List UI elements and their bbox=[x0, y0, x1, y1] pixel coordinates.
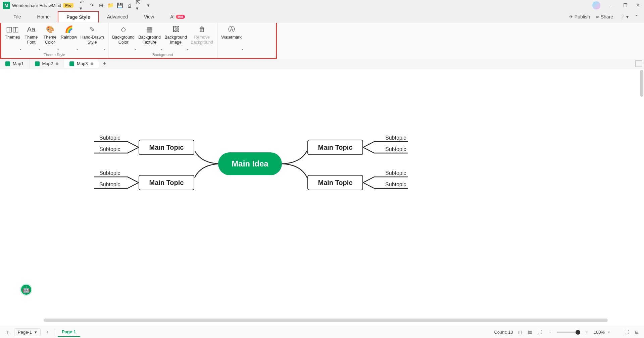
view-mode-1-icon[interactable]: ◫ bbox=[516, 329, 523, 336]
node-subtopic[interactable]: Subtopic bbox=[383, 170, 408, 177]
document-tabs: Map1 Map2 Map3 + bbox=[0, 59, 644, 68]
page-panel-icon[interactable]: ◫ bbox=[4, 329, 11, 336]
zoom-out-button[interactable]: − bbox=[547, 329, 553, 336]
publish-icon: ✈ bbox=[569, 14, 573, 19]
ribbon-group-watermark: Ⓐ Watermark ▾ bbox=[217, 23, 246, 58]
page-tab[interactable]: Page-1 bbox=[58, 327, 80, 337]
node-main-topic[interactable]: Main Topic bbox=[307, 140, 363, 155]
rainbow-button[interactable]: 🌈 Rainbow ▾ bbox=[59, 24, 79, 52]
collapse-icon[interactable]: ⊟ bbox=[633, 329, 640, 336]
remove-bg-button[interactable]: 🗑 Remove Background bbox=[189, 24, 215, 52]
publish-label: Publish bbox=[575, 14, 590, 19]
minimize-button[interactable]: — bbox=[609, 2, 616, 9]
fullscreen-icon[interactable]: ⛶ bbox=[623, 329, 630, 336]
menu-file[interactable]: File bbox=[5, 11, 29, 22]
redo-button[interactable]: ↷ bbox=[89, 2, 95, 8]
node-main-topic[interactable]: Main Topic bbox=[139, 140, 194, 155]
map-icon bbox=[35, 61, 40, 66]
theme-color-button[interactable]: 🎨 Theme Color ▾ bbox=[41, 24, 59, 52]
export-button[interactable]: ⇱ ▾ bbox=[136, 2, 142, 8]
mindmap: Main Idea Main Topic Subtopic Subtopic M… bbox=[94, 126, 409, 253]
chevron-down-icon[interactable]: ▾ bbox=[608, 330, 610, 334]
modified-dot-icon bbox=[56, 62, 58, 65]
bg-image-button[interactable]: 🖼 Background Image ▾ bbox=[163, 24, 189, 52]
ai-assistant-button[interactable]: 🤖 bbox=[20, 284, 32, 296]
vertical-scrollbar[interactable] bbox=[640, 70, 643, 312]
zoom-slider[interactable] bbox=[557, 332, 580, 333]
add-tab-button[interactable]: + bbox=[99, 60, 111, 67]
user-avatar[interactable] bbox=[592, 1, 600, 9]
node-subtopic[interactable]: Subtopic bbox=[97, 146, 122, 153]
undo-button[interactable]: ↶ ▾ bbox=[80, 2, 86, 8]
publish-button[interactable]: ✈ Publish bbox=[569, 14, 590, 19]
remove-icon: 🗑 bbox=[198, 25, 206, 34]
view-mode-2-icon[interactable]: ▦ bbox=[527, 329, 533, 336]
more-button[interactable]: ▾ bbox=[145, 2, 151, 8]
horizontal-scrollbar[interactable] bbox=[44, 319, 637, 322]
doctab-label: Map2 bbox=[42, 61, 53, 66]
node-subtopic[interactable]: Subtopic bbox=[97, 135, 122, 142]
watermark-button[interactable]: Ⓐ Watermark ▾ bbox=[219, 24, 244, 52]
hot-badge: Hot bbox=[176, 15, 185, 19]
share-icon: ∞ bbox=[596, 14, 599, 19]
menu-page-style[interactable]: Page Style bbox=[58, 11, 99, 22]
zoom-in-button[interactable]: + bbox=[584, 329, 590, 336]
image-icon: 🖼 bbox=[171, 25, 180, 34]
scrollbar-thumb[interactable] bbox=[44, 319, 608, 322]
add-page-button[interactable]: + bbox=[44, 329, 51, 336]
menu-ai[interactable]: AI Hot bbox=[162, 11, 193, 22]
page-select-label: Page-1 bbox=[18, 330, 32, 335]
open-button[interactable]: 📁 bbox=[108, 2, 114, 8]
doctab-map1[interactable]: Map1 bbox=[0, 59, 30, 68]
modified-dot-icon bbox=[91, 62, 93, 65]
status-bar: ◫ Page-1 ▾ + Page-1 Count: 13 ◫ ▦ ⛶ − + … bbox=[0, 326, 644, 338]
share-label: Share bbox=[601, 14, 613, 19]
pro-badge: Pro bbox=[63, 3, 73, 8]
close-button[interactable]: ✕ bbox=[635, 2, 641, 9]
maximize-button[interactable]: ❐ bbox=[622, 2, 629, 9]
outline-toggle-button[interactable] bbox=[635, 60, 642, 66]
node-subtopic[interactable]: Subtopic bbox=[383, 135, 408, 142]
font-icon: Aa bbox=[27, 25, 36, 34]
zoom-label: 100% bbox=[594, 330, 605, 335]
doctab-label: Map3 bbox=[77, 61, 88, 66]
hand-drawn-button[interactable]: ✎ Hand-Drawn Style ▾ bbox=[79, 24, 106, 52]
help-button[interactable]: ❔ ▾ bbox=[619, 14, 629, 19]
page-selector[interactable]: Page-1 ▾ bbox=[14, 328, 41, 336]
map-icon bbox=[69, 61, 74, 66]
bg-texture-button[interactable]: ▦ Background Texture ▾ bbox=[137, 24, 163, 52]
node-main-topic[interactable]: Main Topic bbox=[307, 175, 363, 190]
ribbon-group-label: Theme Style bbox=[3, 52, 106, 58]
title-bar: M Wondershare EdrawMind Pro ↶ ▾ ↷ ⊞ 📁 💾 … bbox=[0, 0, 644, 11]
doctab-label: Map1 bbox=[13, 61, 24, 66]
menu-view[interactable]: View bbox=[136, 11, 162, 22]
collapse-ribbon-button[interactable]: ⌃ bbox=[635, 14, 639, 19]
menu-advanced[interactable]: Advanced bbox=[99, 11, 136, 22]
node-main-idea[interactable]: Main Idea bbox=[218, 152, 282, 175]
menu-ai-label: AI bbox=[170, 14, 175, 19]
texture-icon: ▦ bbox=[145, 25, 154, 34]
doctab-map2[interactable]: Map2 bbox=[30, 59, 64, 68]
canvas[interactable]: Main Idea Main Topic Subtopic Subtopic M… bbox=[0, 68, 644, 326]
bg-color-button[interactable]: ◇ Background Color ▾ bbox=[110, 24, 137, 52]
menu-home[interactable]: Home bbox=[29, 11, 58, 22]
rainbow-icon: 🌈 bbox=[64, 25, 73, 34]
app-logo-icon: M bbox=[3, 2, 10, 9]
fit-page-icon[interactable]: ⛶ bbox=[537, 329, 543, 336]
node-subtopic[interactable]: Subtopic bbox=[97, 182, 122, 189]
zoom-thumb[interactable] bbox=[576, 330, 580, 335]
theme-font-button[interactable]: Aa Theme Font ▾ bbox=[22, 24, 41, 52]
ribbon-group-theme-style: ◫◫ Themes ▾ Aa Theme Font ▾ 🎨 Theme Colo… bbox=[1, 23, 108, 58]
save-button[interactable]: 💾 bbox=[117, 2, 123, 8]
ribbon: ◫◫ Themes ▾ Aa Theme Font ▾ 🎨 Theme Colo… bbox=[0, 23, 277, 59]
share-button[interactable]: ∞ Share bbox=[596, 14, 613, 19]
new-button[interactable]: ⊞ bbox=[98, 2, 104, 8]
node-main-topic[interactable]: Main Topic bbox=[139, 175, 194, 190]
print-button[interactable]: 🖨 bbox=[127, 2, 133, 8]
scrollbar-thumb[interactable] bbox=[640, 70, 643, 97]
node-subtopic[interactable]: Subtopic bbox=[383, 146, 408, 153]
node-subtopic[interactable]: Subtopic bbox=[383, 182, 408, 189]
doctab-map3[interactable]: Map3 bbox=[64, 59, 99, 68]
themes-button[interactable]: ◫◫ Themes ▾ bbox=[3, 24, 22, 52]
node-subtopic[interactable]: Subtopic bbox=[97, 170, 122, 177]
